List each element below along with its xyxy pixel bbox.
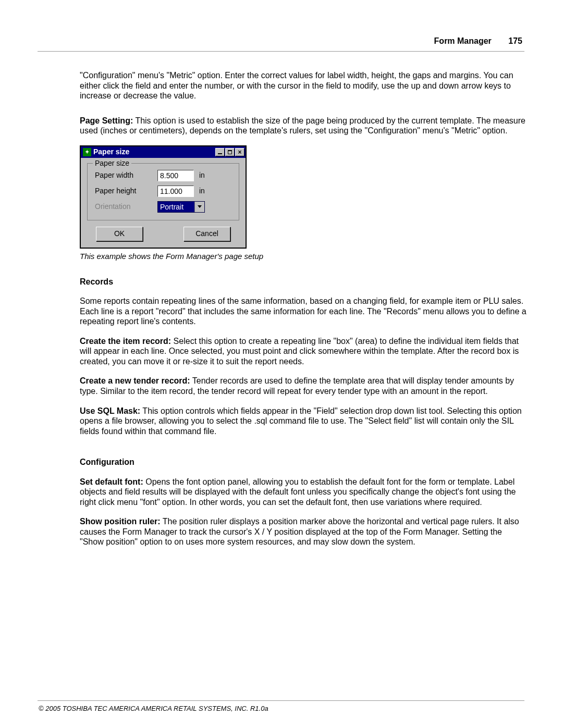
page-setting-label: Page Setting: xyxy=(80,116,133,125)
show-position-ruler-label: Show position ruler: xyxy=(80,517,161,526)
configuration-heading: Configuration xyxy=(80,457,527,467)
group-legend: Paper size xyxy=(93,159,131,168)
create-item-record-para: Create the item record: Select this opti… xyxy=(80,336,527,367)
orientation-value: Portrait xyxy=(158,202,194,212)
create-tender-record-label: Create a new tender record: xyxy=(80,376,190,385)
close-button[interactable]: × xyxy=(235,148,244,156)
orientation-row: Orientation Portrait xyxy=(95,201,231,213)
paper-width-input[interactable] xyxy=(157,170,194,181)
paper-width-unit: in xyxy=(199,171,205,180)
maximize-button[interactable] xyxy=(225,148,235,156)
dialog-title: Paper size xyxy=(93,147,215,156)
orientation-select[interactable]: Portrait xyxy=(157,201,205,213)
ok-button[interactable]: OK xyxy=(96,227,143,241)
paper-size-dialog: ✦ Paper size × Paper size Paper width in xyxy=(80,145,247,249)
paper-height-row: Paper height in xyxy=(95,186,231,197)
maximize-icon xyxy=(228,150,232,154)
set-default-font-text: Opens the font option panel, allowing yo… xyxy=(80,477,516,507)
paper-width-label: Paper width xyxy=(95,171,157,180)
minimize-button[interactable] xyxy=(215,148,225,156)
close-icon: × xyxy=(238,149,241,155)
page: Form Manager 175 "Configuration" menu's … xyxy=(0,0,563,728)
paper-height-label: Paper height xyxy=(95,187,157,195)
dialog-titlebar: ✦ Paper size × xyxy=(81,146,246,158)
minimize-icon xyxy=(218,153,222,154)
footer-copyright: © 2005 TOSHIBA TEC AMERICA AMERICA RETAI… xyxy=(39,705,268,712)
set-default-font-para: Set default font: Opens the font option … xyxy=(80,477,527,508)
use-sql-mask-para: Use SQL Mask: This option controls which… xyxy=(80,406,527,437)
paper-height-input[interactable] xyxy=(157,186,194,197)
dialog-body: Paper size Paper width in Paper height i… xyxy=(81,158,246,248)
header-rule xyxy=(38,51,524,52)
records-heading: Records xyxy=(80,277,527,287)
chevron-down-icon xyxy=(194,202,204,212)
page-setting-text: This option is used to establish the siz… xyxy=(80,116,525,135)
header-title: Form Manager xyxy=(434,36,492,46)
show-position-ruler-para: Show position ruler: The position ruler … xyxy=(80,516,527,547)
header-page-number: 175 xyxy=(508,36,522,46)
content: "Configuration" menu's "Metric" option. … xyxy=(80,70,527,557)
set-default-font-label: Set default font: xyxy=(80,477,143,486)
create-item-record-label: Create the item record: xyxy=(80,337,171,346)
use-sql-mask-label: Use SQL Mask: xyxy=(80,406,140,415)
paper-size-group: Paper size Paper width in Paper height i… xyxy=(87,163,239,220)
footer-rule xyxy=(38,700,524,701)
paper-height-unit: in xyxy=(199,187,205,195)
intro-paragraph: "Configuration" menu's "Metric" option. … xyxy=(80,70,527,101)
dialog-button-row: OK Cancel xyxy=(87,227,239,241)
cancel-button[interactable]: Cancel xyxy=(183,227,230,241)
records-intro: Some reports contain repeating lines of … xyxy=(80,296,527,327)
page-header: Form Manager 175 xyxy=(434,36,522,46)
create-tender-record-para: Create a new tender record: Tender recor… xyxy=(80,376,527,396)
use-sql-mask-text: This option controls which fields appear… xyxy=(80,406,522,436)
orientation-label: Orientation xyxy=(95,202,157,211)
paper-width-row: Paper width in xyxy=(95,170,231,181)
app-icon: ✦ xyxy=(83,148,91,156)
dialog-caption: This example shows the Form Manager's pa… xyxy=(80,252,527,261)
page-setting-para: Page Setting: This option is used to est… xyxy=(80,116,527,136)
